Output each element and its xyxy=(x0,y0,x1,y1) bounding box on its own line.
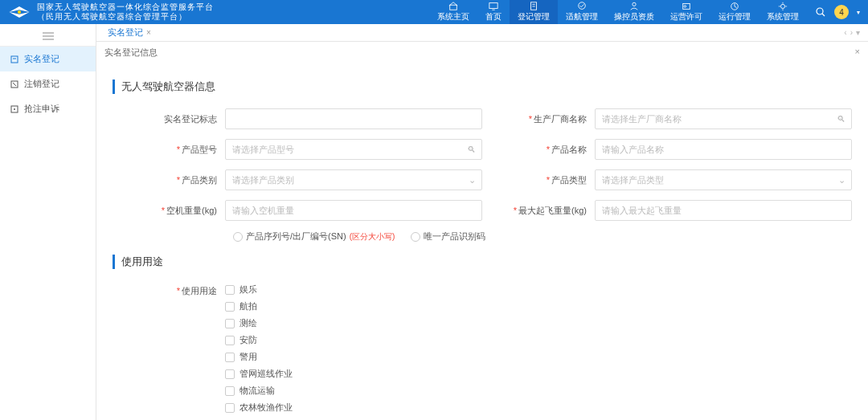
svg-line-20 xyxy=(822,14,825,16)
label-product-category: 产品类别 xyxy=(113,174,225,186)
usage-option-label: 测绘 xyxy=(240,317,257,329)
main-content: 实名登记 × ‹ › ▾ 实名登记信息 × 无人驾驶航空器信息 实名登记标志 xyxy=(96,24,868,420)
usage-option-label: 警用 xyxy=(240,351,257,363)
section-title-usage: 使用用途 xyxy=(113,255,852,269)
usage-option-label: 农林牧渔作业 xyxy=(240,402,293,414)
sidebar-toggle[interactable] xyxy=(0,28,96,47)
checkbox-icon xyxy=(225,386,235,396)
case-sensitive-note: (区分大小写) xyxy=(350,231,395,243)
user-avatar[interactable]: 4 xyxy=(834,5,849,19)
nav-item-monitor[interactable]: 首页 xyxy=(477,0,510,24)
nav-label: 运行管理 xyxy=(719,11,751,22)
svg-rect-24 xyxy=(11,56,18,63)
product-model-input[interactable] xyxy=(225,139,482,160)
svg-line-13 xyxy=(735,6,737,8)
label-reg-mark: 实名登记标志 xyxy=(113,113,225,125)
nav-item-airworthy[interactable]: 适航管理 xyxy=(558,0,606,24)
nav-item-system[interactable]: 系统管理 xyxy=(759,0,807,24)
label-max-weight: 最大起飞重量(kg) xyxy=(482,205,595,217)
pilot-icon xyxy=(629,2,639,10)
nav-label: 运营许可 xyxy=(670,11,702,22)
product-category-select[interactable] xyxy=(225,169,482,190)
usage-option-7[interactable]: 农林牧渔作业 xyxy=(225,402,293,414)
nav-item-ops[interactable]: 运行管理 xyxy=(710,0,759,24)
nav-item-register[interactable]: 登记管理 xyxy=(510,0,558,24)
panel-header: 实名登记信息 × xyxy=(96,42,868,63)
max-weight-input[interactable] xyxy=(595,200,852,221)
nav-item-license[interactable]: 运营许可 xyxy=(662,0,710,24)
product-name-input[interactable] xyxy=(595,139,852,160)
radio-uid[interactable]: 唯一产品识别码 xyxy=(411,230,485,243)
reg-mark-input[interactable] xyxy=(225,108,482,129)
manufacturer-input[interactable] xyxy=(595,108,852,129)
checkbox-icon xyxy=(225,336,235,345)
tab-label: 实名登记 xyxy=(108,27,143,39)
usage-option-6[interactable]: 物流运输 xyxy=(225,385,293,397)
monitor-icon xyxy=(489,2,498,10)
sidebar-item-2[interactable]: 抢注申诉 xyxy=(0,96,96,121)
svg-point-7 xyxy=(579,2,586,10)
search-icon[interactable] xyxy=(815,6,826,18)
checkbox-icon xyxy=(225,285,235,295)
logo-area: 国家无人驾驶航空器一体化综合监管服务平台 （民用无人驾驶航空器综合管理平台） xyxy=(8,2,214,22)
ops-icon xyxy=(730,2,739,10)
usage-option-label: 物流运输 xyxy=(240,385,275,397)
tab-bar: 实名登记 × ‹ › ▾ xyxy=(96,24,868,42)
label-usage: 使用用途 xyxy=(113,283,225,297)
sidebar: 实名登记注销登记抢注申诉 xyxy=(0,24,96,420)
panel-title: 实名登记信息 xyxy=(104,47,158,57)
tab-prev-icon[interactable]: ‹ xyxy=(844,28,846,37)
usage-option-0[interactable]: 娱乐 xyxy=(225,283,293,296)
nav-menu: 系统主页首页登记管理适航管理操控员资质运营许可运行管理系统管理 xyxy=(429,0,807,24)
header-right: 4 ▾ xyxy=(815,5,860,19)
sn-radio-group: 产品序列号/出厂编号(SN) (区分大小写) 唯一产品识别码 xyxy=(233,230,852,243)
nav-item-home[interactable]: 系统主页 xyxy=(429,0,477,24)
tab-menu-icon[interactable]: ▾ xyxy=(856,28,860,37)
nav-label: 适航管理 xyxy=(566,11,598,22)
svg-point-0 xyxy=(18,10,21,14)
label-product-type: 产品类型 xyxy=(482,174,595,186)
airworthy-icon xyxy=(577,2,587,10)
radio-uid-label: 唯一产品识别码 xyxy=(424,230,485,243)
doc-icon xyxy=(10,104,19,114)
label-product-name: 产品名称 xyxy=(482,144,595,156)
usage-option-4[interactable]: 警用 xyxy=(225,351,293,363)
tab-realname[interactable]: 实名登记 × xyxy=(101,24,158,41)
radio-icon xyxy=(411,232,420,242)
usage-option-label: 航拍 xyxy=(240,300,257,312)
usage-option-2[interactable]: 测绘 xyxy=(225,317,293,329)
close-icon[interactable]: × xyxy=(146,28,151,37)
nav-label: 系统管理 xyxy=(767,11,799,22)
empty-weight-input[interactable] xyxy=(225,200,482,221)
svg-point-14 xyxy=(780,4,784,8)
tab-nav-controls: ‹ › ▾ xyxy=(844,28,863,37)
nav-item-pilot[interactable]: 操控员资质 xyxy=(606,0,662,24)
usage-option-label: 安防 xyxy=(240,334,257,346)
checkbox-icon xyxy=(225,353,235,362)
sidebar-label: 实名登记 xyxy=(24,53,59,65)
usage-option-3[interactable]: 安防 xyxy=(225,334,293,346)
svg-point-8 xyxy=(633,2,636,6)
svg-point-29 xyxy=(14,108,15,110)
caac-logo-icon xyxy=(8,5,31,19)
radio-sn-label: 产品序列号/出厂编号(SN) xyxy=(246,230,346,243)
sidebar-item-1[interactable]: 注销登记 xyxy=(0,71,96,96)
svg-point-19 xyxy=(817,8,823,14)
usage-option-1[interactable]: 航拍 xyxy=(225,300,293,312)
label-product-model: 产品型号 xyxy=(113,144,225,156)
nav-label: 首页 xyxy=(485,11,502,22)
svg-point-10 xyxy=(684,6,686,8)
sidebar-item-0[interactable]: 实名登记 xyxy=(0,47,96,71)
tab-next-icon[interactable]: › xyxy=(850,28,853,37)
svg-rect-1 xyxy=(450,5,457,10)
svg-line-27 xyxy=(13,83,16,86)
close-icon[interactable]: × xyxy=(855,47,860,56)
checkbox-icon xyxy=(225,319,235,328)
home-icon xyxy=(448,2,458,10)
usage-option-5[interactable]: 管网巡线作业 xyxy=(225,368,293,380)
product-type-select[interactable] xyxy=(595,169,852,190)
radio-sn[interactable]: 产品序列号/出厂编号(SN) (区分大小写) xyxy=(233,230,395,243)
platform-title-1: 国家无人驾驶航空器一体化综合监管服务平台 xyxy=(37,2,214,12)
chevron-down-icon[interactable]: ▾ xyxy=(857,9,860,16)
label-manufacturer: 生产厂商名称 xyxy=(482,113,595,125)
